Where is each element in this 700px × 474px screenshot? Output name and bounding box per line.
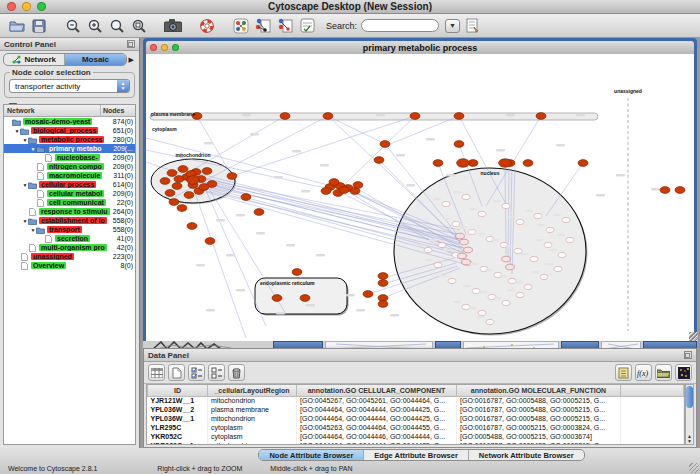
zoom-out-icon[interactable]: [64, 17, 82, 35]
table-cell[interactable]: [621, 423, 684, 432]
table-cell[interactable]: [GO:0044464, GO:0044444, GO:0044425, G..…: [297, 441, 457, 445]
tree-column-network[interactable]: Network: [4, 105, 101, 116]
network-view-window[interactable]: primary metabolic process plasma membran…: [143, 38, 697, 341]
tree-row[interactable]: ▼primary metabo209(...: [4, 144, 135, 153]
ontology-wizard-icon[interactable]: [254, 17, 272, 35]
tree-row[interactable]: ▼biological_process651(0): [4, 126, 135, 135]
tab-overflow-arrow[interactable]: ▶: [127, 56, 136, 64]
table-cell[interactable]: YPL036W__2: [148, 405, 208, 414]
table-cell[interactable]: [621, 441, 684, 445]
table-cell[interactable]: [GO:0044464, GO:0044444, GO:0044425, G..…: [297, 414, 457, 423]
tree-column-nodes[interactable]: Nodes: [101, 105, 135, 116]
col-layout-region[interactable]: _cellularLayoutRegion: [208, 385, 297, 396]
tab-edge-attribute-browser[interactable]: Edge Attribute Browser: [364, 450, 468, 460]
unselect-attributes-icon[interactable]: [208, 364, 225, 381]
table-cell[interactable]: [GO:0016787, GO:0005215, GO:0003824, G..…: [457, 423, 621, 432]
tree-row[interactable]: response to stimulu264(0): [4, 207, 135, 216]
filter-form-icon[interactable]: [298, 17, 316, 35]
table-scrollbar-thumb[interactable]: [686, 386, 693, 408]
table-cell[interactable]: [GO:0045263, GO:0044464, GO:0044455, G..…: [297, 423, 457, 432]
zoom-in-icon[interactable]: [86, 17, 104, 35]
table-cell[interactable]: YPL036W__1: [148, 414, 208, 423]
tree-row[interactable]: cellular metabol209(0): [4, 189, 135, 198]
attribute-matrix-icon[interactable]: [675, 364, 692, 381]
table-scrollbar[interactable]: ▲▼: [685, 384, 694, 445]
table-row[interactable]: YLR295Ccytoplasm[GO:0045263, GO:0044464,…: [148, 423, 684, 432]
attribute-table[interactable]: ID _cellularLayoutRegion annotation.GO C…: [146, 384, 685, 445]
tree-row[interactable]: ▼metabolic process280(0): [4, 135, 135, 144]
zoom-fit-icon[interactable]: [108, 17, 126, 35]
tab-node-attribute-browser[interactable]: Node Attribute Browser: [259, 450, 364, 460]
table-cell[interactable]: mitochondrion: [208, 414, 297, 423]
table-cell[interactable]: [GO:0044464, GO:0044446, GO:0044444, G..…: [297, 432, 457, 441]
table-row[interactable]: YPL036W__2plasma membrane[GO:0044464, GO…: [148, 405, 684, 414]
table-row[interactable]: YJR121W__1mitochondrion[GO:0045267, GO:0…: [148, 396, 684, 405]
table-cell[interactable]: mitochondrion: [208, 396, 297, 405]
formula-fx-icon[interactable]: f(x): [635, 364, 652, 381]
select-attributes-icon[interactable]: [188, 364, 205, 381]
table-cell[interactable]: [621, 414, 684, 423]
help-lifesaver-icon[interactable]: [198, 17, 216, 35]
table-cell[interactable]: YLR295C: [148, 423, 208, 432]
col-cellular-component[interactable]: annotation.GO CELLULAR_COMPONENT: [297, 385, 457, 396]
save-icon[interactable]: [30, 17, 48, 35]
table-cell[interactable]: [GO:0005488, GO:0005215, GO:0003674]: [457, 432, 621, 441]
scrollbar-arrows-icon[interactable]: ▲▼: [686, 434, 693, 444]
table-cell[interactable]: [GO:0016787, GO:0005488, GO:0005215, G..…: [457, 441, 621, 445]
table-cell[interactable]: plasma membrane: [208, 405, 297, 414]
table-cell[interactable]: [621, 396, 684, 405]
col-id[interactable]: ID: [148, 385, 208, 396]
table-cell[interactable]: YJR121W__1: [148, 396, 208, 405]
zoom-selected-icon[interactable]: [130, 17, 148, 35]
app-resize-grip[interactable]: [689, 463, 699, 473]
node-color-combobox[interactable]: transporter activity ▲▼: [9, 79, 130, 93]
table-cell[interactable]: mitochondrion: [208, 441, 297, 445]
table-row[interactable]: YPL036W__1mitochondrion[GO:0044464, GO:0…: [148, 414, 684, 423]
open-folder-icon[interactable]: [8, 17, 26, 35]
table-cell[interactable]: [621, 432, 684, 441]
table-cell[interactable]: YDR039C__1: [148, 441, 208, 445]
vizmapper-icon[interactable]: [232, 17, 250, 35]
tree-row[interactable]: Overview8(0): [4, 261, 135, 270]
table-row[interactable]: YKR052Ccytoplasm[GO:0044464, GO:0044446,…: [148, 432, 684, 441]
tree-row[interactable]: mosaic-demo-yeast874(0): [4, 117, 135, 126]
float-panel-icon[interactable]: [127, 40, 135, 48]
table-cell[interactable]: YKR052C: [148, 432, 208, 441]
import-attributes-folder-icon[interactable]: [655, 364, 672, 381]
tree-row[interactable]: multi-organism pro42(0): [4, 243, 135, 252]
table-cell[interactable]: [GO:0016787, GO:0005488, GO:0005215, G..…: [457, 396, 621, 405]
delete-attribute-trash-icon[interactable]: [228, 364, 245, 381]
table-row[interactable]: YDR039C__1mitochondrion[GO:0044464, GO:0…: [148, 441, 684, 445]
table-cell[interactable]: cytoplasm: [208, 423, 297, 432]
table-cell[interactable]: [GO:0016787, GO:0005488, GO:0005215, G..…: [457, 405, 621, 414]
tab-network[interactable]: Network: [4, 54, 65, 65]
table-cell[interactable]: [GO:0044464, GO:0044444, GO:0044425, G..…: [297, 405, 457, 414]
table-cell[interactable]: cytoplasm: [208, 432, 297, 441]
tab-mosaic[interactable]: Mosaic: [65, 54, 125, 65]
tree-row[interactable]: macromolecule311(0): [4, 171, 135, 180]
table-cell[interactable]: [GO:0016787, GO:0005488, GO:0005215, G..…: [457, 414, 621, 423]
tree-row[interactable]: cell communicat22(0): [4, 198, 135, 207]
search-dropdown-button[interactable]: ▼: [445, 19, 460, 33]
tree-row[interactable]: ▼establishment of lo558(0): [4, 216, 135, 225]
tree-row[interactable]: unassigned223(0): [4, 252, 135, 261]
search-input[interactable]: [361, 19, 439, 32]
window-resize-grip[interactable]: [689, 332, 698, 341]
tree-row[interactable]: ▼transport558(0): [4, 225, 135, 234]
tree-row[interactable]: secretion41(0): [4, 234, 135, 243]
attribute-grid-icon[interactable]: [148, 364, 165, 381]
network-window-titlebar[interactable]: primary metabolic process: [146, 41, 694, 54]
tree-row[interactable]: nitrogen compo209(0): [4, 162, 135, 171]
attribute-notes-icon[interactable]: [615, 364, 632, 381]
col-molecular-function[interactable]: annotation.GO MOLECULAR_FUNCTION: [457, 385, 621, 396]
attribute-table-header[interactable]: ID _cellularLayoutRegion annotation.GO C…: [148, 385, 684, 396]
tree-row[interactable]: nucleobase-209(0): [4, 153, 135, 162]
network-graph[interactable]: plasma membranecytoplasmmitochondrionnuc…: [146, 54, 694, 341]
tab-network-attribute-browser[interactable]: Network Attribute Browser: [469, 450, 584, 460]
snapshot-camera-icon[interactable]: [164, 17, 182, 35]
ontology-mapper-icon[interactable]: [276, 17, 294, 35]
network-canvas[interactable]: plasma membranecytoplasmmitochondrionnuc…: [146, 54, 694, 341]
table-cell[interactable]: [621, 405, 684, 414]
new-attribute-icon[interactable]: [168, 364, 185, 381]
table-cell[interactable]: [GO:0045267, GO:0045261, GO:0044464, G..…: [297, 396, 457, 405]
